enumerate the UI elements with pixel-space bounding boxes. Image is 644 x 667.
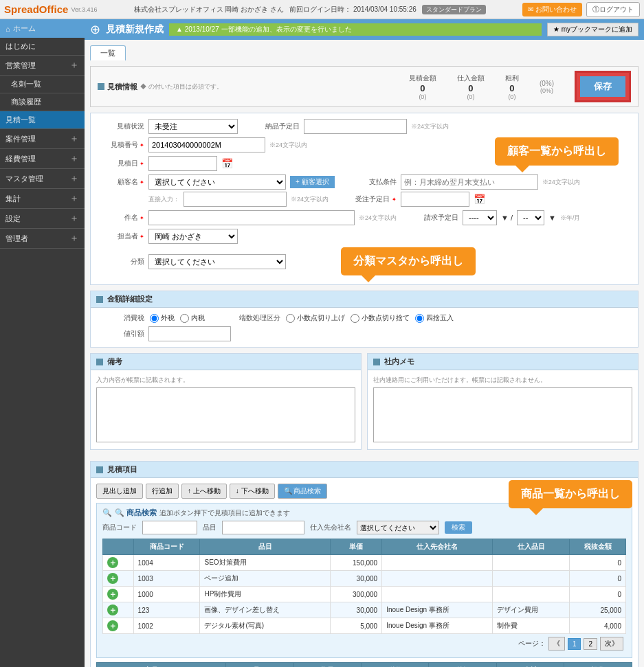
quote-date-input[interactable] <box>148 156 217 171</box>
discount-input[interactable] <box>148 326 231 341</box>
bookmark-button[interactable]: ★ myブックマークに追加 <box>547 23 639 36</box>
fraction-radio-up[interactable] <box>286 314 295 323</box>
fraction-label: 端数処理区分 <box>232 313 280 323</box>
fraction-option-round[interactable]: 四捨五入 <box>415 313 454 323</box>
sidebar-item-projects[interactable]: 案件管理 ＋ <box>0 129 85 149</box>
payment-input[interactable] <box>401 174 538 190</box>
note-header: 備考 <box>91 354 361 370</box>
product-code-search-input[interactable] <box>142 521 197 534</box>
sidebar-item-master[interactable]: マスタ管理 ＋ <box>0 169 85 189</box>
order-calendar-icon[interactable]: 📅 <box>474 194 485 205</box>
purchase-amount-value: 0 <box>468 83 473 93</box>
tax-option-ex[interactable]: 外税 <box>150 313 175 323</box>
status-select[interactable]: 未受注 <box>148 119 238 134</box>
move-up-button[interactable]: ↑ 上へ移動 <box>181 484 227 499</box>
add-product-1-button[interactable]: ＋ <box>107 557 118 568</box>
quote-items-title: 見積項目 <box>107 464 137 475</box>
save-button[interactable]: 保存 <box>579 75 627 98</box>
product-item-search-input[interactable] <box>222 521 304 534</box>
callout-customer-text: 顧客一覧から呼出し <box>507 145 606 157</box>
customer-direct-input[interactable] <box>184 192 287 207</box>
projects-expand-icon: ＋ <box>69 133 79 145</box>
company-info: 株式会社スプレッドオフィス 岡崎 おかざき さん 前回ログイン日時： 2014/… <box>101 5 518 14</box>
product-search-table: 商品コード 品目 単価 仕入先会社名 仕入品目 税抜金額 <box>102 539 626 634</box>
memo-section: 備考 入力内容が帳票に記載されます。 社内メモ 社内連絡用にご利用いただけます。… <box>90 353 639 455</box>
row-price-5: 5,000 <box>330 618 382 634</box>
order-date-input[interactable] <box>401 192 469 207</box>
sidebar-item-sales[interactable]: 営業管理 ＋ <box>0 56 85 76</box>
notice-text: ▲ 2013/10/27 一部機能の追加、表示の変更を行いました <box>176 25 352 33</box>
sidebar-item-settings[interactable]: 設定 ＋ <box>0 209 85 229</box>
fraction-option-up[interactable]: 小数点切り上げ <box>286 313 345 323</box>
fraction-option-down[interactable]: 小数点切り捨て <box>351 313 410 323</box>
add-product-4-button[interactable]: ＋ <box>107 604 118 615</box>
calendar-icon[interactable]: 📅 <box>221 158 233 169</box>
sidebar-item-admin[interactable]: 管理者 ＋ <box>0 229 85 249</box>
purchase-amount-label: 仕入金額 <box>457 74 485 83</box>
expenses-label: 経費管理 <box>5 154 69 164</box>
product-search-execute-button[interactable]: 検索 <box>445 521 472 534</box>
table-row: ＋ 1002 デジタル素材(写真) 5,000 Inoue Design 事務所… <box>103 618 626 634</box>
add-row-button[interactable]: 行追加 <box>146 484 179 499</box>
row-amount-2: 0 <box>570 571 626 587</box>
quote-number-input[interactable] <box>148 137 265 152</box>
sidebar-item-cards[interactable]: 名刺一覧 <box>0 76 85 93</box>
admin-expand-icon: ＋ <box>69 232 79 245</box>
sidebar-item-expenses[interactable]: 経費管理 ＋ <box>0 149 85 169</box>
logout-button[interactable]: ①ログアウト <box>586 2 640 17</box>
internal-memo-textarea[interactable] <box>373 387 632 442</box>
sidebar-item-stats[interactable]: 集計 ＋ <box>0 189 85 209</box>
billing-year-sep: ▼ / <box>501 214 513 222</box>
move-down-button[interactable]: ↓ 下へ移動 <box>230 484 275 499</box>
table-row: ＋ 123 画像、デザイン差し替え 30,000 Inoue Design 事務… <box>103 602 626 618</box>
page-1-button[interactable]: 1 <box>568 638 581 650</box>
person-field: 担当者 岡崎 おかざき <box>96 229 238 244</box>
internal-memo-section: 社内メモ 社内連絡用にご利用いただけます。帳票には記載されません。 <box>367 353 639 450</box>
person-select[interactable]: 岡崎 おかざき <box>148 229 238 244</box>
row-price-2: 30,000 <box>330 571 382 587</box>
page-2-button[interactable]: 2 <box>584 638 597 650</box>
billing-month-select[interactable]: -- <box>517 210 544 225</box>
category-select[interactable]: 選択してください <box>148 254 286 269</box>
row-amount-5: 4,000 <box>570 618 626 634</box>
sidebar-item-deals[interactable]: 商談履歴 <box>0 93 85 111</box>
subject-field: 件名 ※24文字以内 <box>96 210 397 225</box>
tax-option-in[interactable]: 内税 <box>180 313 205 323</box>
delivery-date-field: 納品予定日 ※24文字以内 <box>252 119 632 134</box>
tax-radio-in[interactable] <box>180 314 189 323</box>
delivery-date-input[interactable] <box>304 119 407 134</box>
note-textarea[interactable] <box>96 387 355 442</box>
product-search-button[interactable]: 🔍 商品検索 <box>278 484 328 499</box>
add-product-5-button[interactable]: ＋ <box>107 620 118 631</box>
tax-radio-ex[interactable] <box>150 314 159 323</box>
last-login-label: 前回ログイン日時： <box>289 5 351 13</box>
main-col-item: 品目 <box>226 663 293 668</box>
stats-expand-icon: ＋ <box>69 192 79 205</box>
billing-year-select[interactable]: ---- <box>463 210 497 225</box>
contact-button[interactable]: ✉ お問い合わせ <box>522 3 582 16</box>
fraction-field: 端数処理区分 小数点切り上げ 小数点切り捨て 四捨五入 <box>232 313 454 323</box>
customer-select[interactable]: 選択してください <box>148 174 286 190</box>
next-page-button[interactable]: 次》 <box>600 637 623 651</box>
sidebar-item-home[interactable]: ⌂ ホーム <box>0 19 85 38</box>
fraction-radio-round[interactable] <box>415 314 424 323</box>
fraction-radio-down[interactable] <box>351 314 359 323</box>
sidebar-item-quotes[interactable]: 見積一覧 <box>0 111 85 129</box>
add-product-2-button[interactable]: ＋ <box>107 573 118 584</box>
subject-input[interactable] <box>148 210 355 225</box>
company-name: 株式会社スプレッドオフィス <box>134 5 223 13</box>
col-add <box>103 539 134 555</box>
customer-select-button[interactable]: + 顧客選択 <box>290 176 335 188</box>
add-heading-button[interactable]: 見出し追加 <box>96 484 143 499</box>
sidebar-item-intro[interactable]: はじめに <box>0 38 85 56</box>
quote-items-section: 見積項目 見出し追加 行追加 ↑ 上へ移動 ↓ 下へ移動 🔍 商品検索 <box>90 461 639 667</box>
tab-list[interactable]: 一覧 <box>90 45 126 60</box>
row-code-5: 1002 <box>133 618 200 634</box>
form-row-5: 件名 ※24文字以内 請求予定日 ---- ▼ / -- ▼ ※年/月 <box>96 210 632 225</box>
gross-profit-value: 0 <box>509 83 514 93</box>
delivery-date-label: 納品予定日 <box>252 122 300 131</box>
master-expand-icon: ＋ <box>69 172 79 185</box>
prev-page-button[interactable]: 《 <box>548 637 565 651</box>
supplier-search-select[interactable]: 選択してください <box>357 521 439 534</box>
add-product-3-button[interactable]: ＋ <box>107 589 118 600</box>
